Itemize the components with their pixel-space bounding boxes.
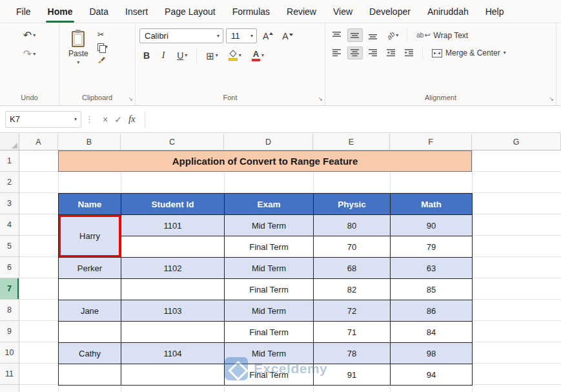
cell-e5[interactable]: 70: [314, 236, 391, 258]
header-math[interactable]: Math: [391, 194, 473, 215]
align-center-button[interactable]: [347, 46, 363, 59]
cut-button[interactable]: ✂: [97, 30, 108, 39]
row-header-10[interactable]: 10: [0, 342, 19, 364]
cell-d8[interactable]: Mid Term: [225, 300, 314, 322]
row-header-1[interactable]: 1: [0, 150, 19, 172]
name-box-resizer[interactable]: ⋮: [85, 114, 94, 124]
align-left-button[interactable]: [329, 46, 345, 59]
tab-page-layout[interactable]: Page Layout: [156, 0, 224, 23]
cell-e10[interactable]: 78: [314, 343, 391, 364]
row-header-9[interactable]: 9: [0, 321, 19, 342]
cell-b9[interactable]: [59, 322, 121, 343]
paste-button[interactable]: Paste ▾: [63, 28, 94, 68]
insert-function-button[interactable]: fx: [128, 114, 136, 125]
col-header-c[interactable]: C: [121, 134, 224, 150]
name-box[interactable]: K7 ▾: [5, 111, 81, 128]
font-color-button[interactable]: A ▾: [248, 48, 268, 63]
header-name[interactable]: Name: [59, 194, 121, 215]
cell-d4[interactable]: Mid Term: [225, 215, 314, 236]
cell-c8[interactable]: 1103: [121, 300, 225, 322]
format-painter-button[interactable]: [97, 55, 108, 63]
italic-button[interactable]: I: [156, 48, 170, 63]
cancel-button[interactable]: ×: [103, 114, 108, 125]
cell-e11[interactable]: 91: [314, 364, 391, 386]
cell-b6[interactable]: Perker: [59, 258, 121, 279]
cell-c9[interactable]: [121, 322, 225, 343]
align-right-button[interactable]: [365, 46, 381, 59]
col-header-b[interactable]: B: [58, 134, 121, 150]
tab-file[interactable]: File: [8, 0, 39, 23]
cell-f8[interactable]: 86: [391, 300, 473, 322]
fill-color-button[interactable]: ▾: [225, 48, 245, 63]
copy-button[interactable]: ▾: [97, 43, 108, 51]
tab-insert[interactable]: Insert: [117, 0, 156, 23]
cell-e9[interactable]: 71: [314, 322, 391, 343]
decrease-font-size-button[interactable]: A: [279, 30, 296, 43]
header-exam[interactable]: Exam: [225, 194, 314, 215]
alignment-dialog-launcher[interactable]: ↘: [549, 96, 554, 102]
row-header-3[interactable]: 3: [0, 193, 19, 214]
row-header-5[interactable]: 5: [0, 236, 19, 257]
col-header-e[interactable]: E: [313, 134, 390, 150]
font-dialog-launcher[interactable]: ↘: [318, 96, 323, 102]
cell-c4[interactable]: 1101: [121, 215, 225, 236]
select-all-corner[interactable]: [0, 134, 19, 150]
col-header-d[interactable]: D: [224, 134, 313, 150]
cell-e8[interactable]: 72: [314, 300, 391, 322]
row-header-6[interactable]: 6: [0, 257, 19, 278]
clipboard-dialog-launcher[interactable]: ↘: [128, 96, 133, 102]
cell-d7[interactable]: Final Term: [225, 279, 314, 300]
tab-data[interactable]: Data: [81, 0, 117, 23]
increase-font-size-button[interactable]: A: [260, 30, 276, 43]
cell-f9[interactable]: 84: [391, 322, 473, 343]
tab-developer[interactable]: Developer: [361, 0, 419, 23]
tab-help[interactable]: Help: [477, 0, 513, 23]
bold-button[interactable]: B: [139, 48, 154, 63]
cell-f6[interactable]: 63: [391, 258, 473, 279]
enter-button[interactable]: ✓: [114, 114, 122, 125]
header-student-id[interactable]: Student Id: [121, 194, 225, 215]
cell-b4-merged-highlighted[interactable]: Harry: [59, 215, 121, 258]
cell-c5[interactable]: [121, 236, 225, 258]
cell-c7[interactable]: [121, 279, 225, 300]
cell-f10[interactable]: 98: [391, 343, 473, 364]
cell-f4[interactable]: 90: [391, 215, 473, 236]
tab-formulas[interactable]: Formulas: [224, 0, 278, 23]
col-header-f[interactable]: F: [390, 134, 472, 150]
align-middle-button[interactable]: [347, 28, 363, 42]
increase-indent-button[interactable]: [402, 46, 417, 59]
row-header-4[interactable]: 4: [0, 214, 19, 236]
row-header-11[interactable]: 11: [0, 364, 19, 385]
row-header-8[interactable]: 8: [0, 300, 19, 321]
cell-d11[interactable]: Final Term: [225, 364, 314, 386]
decrease-indent-button[interactable]: [383, 46, 399, 59]
cell-d6[interactable]: Mid Term: [225, 258, 314, 279]
cell-e4[interactable]: 80: [314, 215, 391, 236]
cell-f7[interactable]: 85: [391, 279, 473, 300]
underline-button[interactable]: U ▾: [173, 48, 191, 63]
cell-d10[interactable]: Mid Term: [225, 343, 314, 364]
align-top-button[interactable]: [329, 28, 345, 42]
tab-review[interactable]: Review: [278, 0, 325, 23]
row-header-2[interactable]: 2: [0, 172, 19, 193]
col-header-g[interactable]: G: [472, 134, 561, 150]
orientation-button[interactable]: ab ▾: [383, 29, 402, 42]
row-header-7-selected[interactable]: 7: [0, 278, 19, 300]
wrap-text-button[interactable]: ab↩ Wrap Text: [413, 30, 472, 41]
tab-home[interactable]: Home: [39, 0, 81, 23]
cell-c6[interactable]: 1102: [121, 258, 225, 279]
merge-center-button[interactable]: Merge & Center ▾: [428, 47, 510, 59]
header-physic[interactable]: Physic: [314, 194, 391, 215]
tab-aniruddah[interactable]: Aniruddah: [419, 0, 477, 23]
redo-button[interactable]: ↷ ▾: [21, 47, 38, 61]
cell-c10[interactable]: 1104: [121, 343, 225, 364]
cell-b8[interactable]: Jane: [59, 300, 121, 322]
formula-input[interactable]: [145, 111, 561, 128]
tab-view[interactable]: View: [325, 0, 361, 23]
cell-c11[interactable]: [121, 364, 225, 386]
cell-b10[interactable]: Cathy: [59, 343, 121, 364]
cell-b11[interactable]: [59, 364, 121, 386]
font-family-select[interactable]: Calibri ▾: [139, 28, 223, 43]
cell-e7[interactable]: 82: [314, 279, 391, 300]
font-size-select[interactable]: 11 ▾: [226, 28, 257, 43]
